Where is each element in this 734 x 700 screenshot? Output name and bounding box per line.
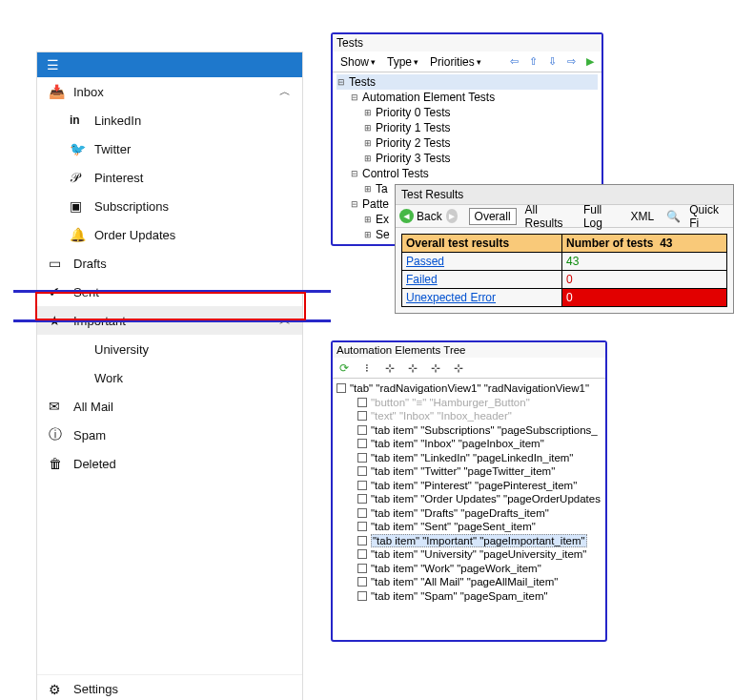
automation-tree-item[interactable]: "tab item" "University" "pageUniversity_… xyxy=(335,547,603,562)
automation-tree-item[interactable]: "tab" "radNavigationView1" "radNavigatio… xyxy=(335,381,603,396)
expand-icon[interactable]: ⊟ xyxy=(350,93,359,102)
tree-item-label: "tab item" "Order Updates" "pageOrderUpd… xyxy=(371,493,601,504)
nav-item-work[interactable]: Work xyxy=(37,363,302,392)
tree-item[interactable]: ⊟Control Tests xyxy=(336,166,598,181)
tree-item[interactable]: ⊞Priority 1 Tests xyxy=(336,120,598,135)
tree-item[interactable]: ⊞Priority 2 Tests xyxy=(336,135,598,151)
nav-item-linkedin[interactable]: inLinkedIn xyxy=(37,106,302,134)
hamburger-icon: ☰ xyxy=(47,57,59,72)
play-icon[interactable]: ▶ xyxy=(582,54,598,70)
expand-icon[interactable]: ⊞ xyxy=(363,123,373,133)
tab-xml[interactable]: XML xyxy=(626,209,660,224)
result-label[interactable]: Failed xyxy=(402,271,562,289)
checkbox-icon[interactable] xyxy=(357,508,367,518)
inbox-icon: 📥 xyxy=(49,84,66,99)
expand-icon[interactable]: ⊞ xyxy=(363,154,373,163)
automation-tree-item[interactable]: "tab item" "Subscriptions" "pageSubscrip… xyxy=(335,423,603,438)
checkbox-icon[interactable] xyxy=(357,591,367,601)
priorities-dropdown[interactable]: Priorities▾ xyxy=(426,54,485,70)
automation-tree-item[interactable]: "tab item" "Twitter" "pageTwitter_item" xyxy=(335,464,603,479)
expand-icon[interactable]: ⊟ xyxy=(350,169,359,178)
checkbox-icon[interactable] xyxy=(357,439,367,448)
automation-tree-item[interactable]: "tab item" "Inbox" "pageInbox_item" xyxy=(335,437,603,451)
automation-tree-item[interactable]: "tab item" "Spam" "pageSpam_item" xyxy=(335,589,603,604)
tree-item[interactable]: ⊟Tests xyxy=(336,74,598,90)
tree-item-label: Ta xyxy=(376,182,388,196)
automation-tree-item[interactable]: "tab item" "Order Updates" "pageOrderUpd… xyxy=(335,492,603,506)
nav-item-subscriptions[interactable]: ▣Subscriptions xyxy=(37,192,302,220)
automation-tree-item[interactable]: "tab item" "Work" "pageWork_item" xyxy=(335,562,603,576)
result-label[interactable]: Unexpected Error xyxy=(402,289,562,307)
checkbox-icon[interactable] xyxy=(357,425,367,435)
hamburger-row[interactable]: ☰ xyxy=(37,52,302,77)
nav-item-university[interactable]: University xyxy=(37,335,302,363)
type-dropdown[interactable]: Type▾ xyxy=(383,54,422,70)
automation-tree-item[interactable]: "tab item" "All Mail" "pageAllMail_item" xyxy=(335,575,603,589)
nodes3-icon[interactable]: ⊹ xyxy=(428,360,443,376)
tree-item[interactable]: ⊟Automation Element Tests xyxy=(336,90,598,105)
forward-button[interactable]: ► xyxy=(446,209,459,223)
automation-tree-item[interactable]: "tab item" "LinkedIn" "pageLinkedIn_item… xyxy=(335,451,603,465)
auto-tree[interactable]: "tab" "radNavigationView1" "radNavigatio… xyxy=(333,379,605,606)
expand-icon[interactable]: ⊞ xyxy=(363,184,373,194)
tree-icon[interactable]: ⁝ xyxy=(359,360,375,376)
tab-overall[interactable]: Overall xyxy=(469,208,517,225)
nav-item-drafts[interactable]: ▭Drafts xyxy=(37,249,302,278)
arrow-up-icon[interactable]: ⇧ xyxy=(525,54,540,70)
arrow-left-icon[interactable]: ⇦ xyxy=(506,54,521,70)
checkbox-icon[interactable] xyxy=(357,536,367,546)
nav-item-label: All Mail xyxy=(73,400,113,414)
nav-item-twitter[interactable]: 🐦Twitter xyxy=(37,134,302,163)
result-label[interactable]: Passed xyxy=(402,253,562,271)
automation-tree-item[interactable]: "button" "≡" "Hamburger_Button" xyxy=(335,396,603,410)
automation-tree-item[interactable]: "tab item" "Important" "pageImportant_it… xyxy=(335,534,603,548)
checkbox-icon[interactable] xyxy=(357,549,367,559)
refresh-icon[interactable]: ⟳ xyxy=(336,360,352,376)
nav-item-label: Work xyxy=(94,371,123,385)
search-icon: 🔍 xyxy=(666,210,681,223)
nodes-icon[interactable]: ⊹ xyxy=(382,360,398,376)
back-button[interactable]: ◄ Back xyxy=(399,209,442,223)
checkbox-icon[interactable] xyxy=(357,398,367,407)
tree-item[interactable]: ⊞Priority 3 Tests xyxy=(336,151,598,166)
expand-icon[interactable]: ⊞ xyxy=(363,138,373,148)
quick-find-button[interactable]: Quick Fi xyxy=(684,202,729,231)
tree-item[interactable]: ⊞Priority 0 Tests xyxy=(336,105,598,120)
checkbox-icon[interactable] xyxy=(357,494,367,504)
automation-tree-item[interactable]: "text" "Inbox" "Inbox_header" xyxy=(335,409,603,423)
checkbox-icon[interactable] xyxy=(357,411,367,421)
nav-item-order-updates[interactable]: 🔔Order Updates xyxy=(37,220,302,249)
automation-tree-item[interactable]: "tab item" "Sent" "pageSent_item" xyxy=(335,520,603,534)
checkbox-icon[interactable] xyxy=(336,383,346,393)
arrow-right-icon[interactable]: ⇨ xyxy=(563,54,579,70)
tab-all-results[interactable]: All Results xyxy=(520,202,575,231)
nav-item-inbox[interactable]: 📥Inbox︿ xyxy=(37,77,302,106)
checkbox-icon[interactable] xyxy=(357,564,367,573)
nav-item-spam[interactable]: ⓘSpam xyxy=(37,421,302,449)
expand-icon[interactable]: ⊟ xyxy=(350,199,359,209)
nav-item-pinterest[interactable]: 𝒫Pinterest xyxy=(37,163,302,192)
expand-icon[interactable]: ⊞ xyxy=(363,215,373,224)
expand-icon[interactable]: ⊟ xyxy=(336,77,346,87)
tree-item-label: "tab item" "Pinterest" "pagePinterest_it… xyxy=(371,480,577,491)
tree-item-label: "tab item" "Spam" "pageSpam_item" xyxy=(371,590,548,602)
show-dropdown[interactable]: Show▾ xyxy=(336,54,379,70)
nav-settings[interactable]: ⚙ Settings xyxy=(37,674,302,700)
checkbox-icon[interactable] xyxy=(357,522,367,531)
nodes4-icon[interactable]: ⊹ xyxy=(451,360,466,376)
nav-item-all-mail[interactable]: ✉All Mail xyxy=(37,392,302,421)
nodes2-icon[interactable]: ⊹ xyxy=(405,360,420,376)
automation-tree-item[interactable]: "tab item" "Pinterest" "pagePinterest_it… xyxy=(335,479,603,493)
expand-icon[interactable]: ⊞ xyxy=(363,108,373,117)
checkbox-icon[interactable] xyxy=(357,577,367,587)
checkbox-icon[interactable] xyxy=(357,481,367,490)
checkbox-icon[interactable] xyxy=(357,466,367,476)
tab-full-log[interactable]: Full Log xyxy=(579,202,622,231)
expand-icon[interactable]: ⊞ xyxy=(363,230,373,239)
col-count: Number of tests 43 xyxy=(562,235,727,253)
nav-item-deleted[interactable]: 🗑Deleted xyxy=(37,449,302,478)
arrow-down-icon[interactable]: ⇩ xyxy=(544,54,560,70)
checkbox-icon[interactable] xyxy=(357,453,367,463)
tree-item-label: Priority 1 Tests xyxy=(376,121,450,134)
automation-tree-item[interactable]: "tab item" "Drafts" "pageDrafts_item" xyxy=(335,506,603,521)
